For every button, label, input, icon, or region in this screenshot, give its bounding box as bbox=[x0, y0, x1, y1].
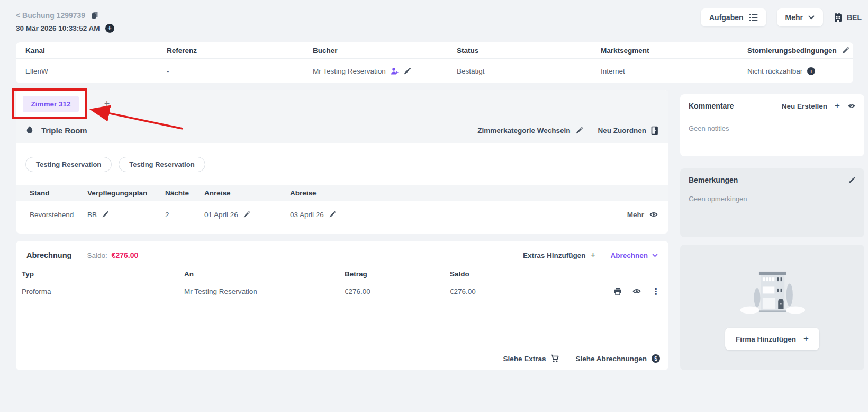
billing-title: Abrechnung bbox=[26, 251, 71, 259]
edit-bucher-icon[interactable] bbox=[403, 67, 411, 75]
create-comment-button[interactable]: Neu Erstellen bbox=[782, 102, 827, 110]
booking-datetime: 30 Mär 2026 10:33:52 AM bbox=[16, 24, 100, 32]
room-tabs: Zimmer 312 + bbox=[16, 90, 668, 118]
remarks-empty-text: Geen opmerkingen bbox=[680, 189, 864, 209]
col-abreise: Abreise bbox=[290, 189, 385, 197]
kebab-menu-icon[interactable]: ⋮ bbox=[652, 286, 660, 297]
col-anreise: Anreise bbox=[204, 189, 290, 197]
chevron-down-icon bbox=[808, 15, 815, 20]
col-kanal: Kanal bbox=[25, 47, 167, 55]
eye-icon[interactable] bbox=[632, 288, 641, 294]
back-link[interactable]: < Buchung 1299739 bbox=[16, 11, 85, 20]
edit-departure-icon[interactable] bbox=[329, 211, 336, 218]
booking-info-header: Kanal Referenz Bucher Status Marktsegmen… bbox=[16, 42, 853, 59]
edit-cancellation-policy-icon[interactable] bbox=[842, 47, 849, 55]
room-header: Triple Room Zimmerkategorie Wechseln Neu… bbox=[16, 118, 668, 143]
remarks-header: Bemerkungen bbox=[680, 168, 864, 189]
col-referenz: Referenz bbox=[167, 47, 313, 55]
col-saldo: Saldo bbox=[450, 270, 660, 278]
edit-category-pencil-icon bbox=[575, 127, 583, 135]
plus-icon: + bbox=[803, 334, 809, 344]
add-date-button[interactable]: + bbox=[105, 24, 114, 33]
tab-zimmer-312-label: Zimmer 312 bbox=[23, 96, 78, 112]
hotel-building-icon bbox=[834, 13, 843, 22]
col-an: An bbox=[184, 270, 345, 278]
value-marktsegment: Internet bbox=[601, 67, 747, 75]
stay-mehr-button[interactable]: Mehr bbox=[385, 211, 658, 219]
col-stand: Stand bbox=[30, 189, 87, 197]
remarks-title: Bemerkungen bbox=[689, 176, 738, 184]
value-abreise: 03 April 26 bbox=[290, 211, 385, 219]
print-icon[interactable] bbox=[613, 288, 622, 295]
property-code: BEL bbox=[847, 13, 862, 22]
stay-table-row: Bevorstehend BB 2 01 April 26 03 April 2… bbox=[16, 201, 668, 228]
billing-panel: Abrechnung Saldo: €276.00 Extras Hinzufü… bbox=[16, 241, 668, 370]
comments-title: Kommentare bbox=[689, 102, 734, 110]
see-extras-button[interactable]: Siehe Extras bbox=[503, 354, 559, 363]
value-kanal: EllenW bbox=[25, 67, 167, 75]
booking-datetime-row: 30 Mär 2026 10:33:52 AM + bbox=[16, 24, 114, 33]
change-room-category-button[interactable]: Zimmerkategorie Wechseln bbox=[477, 127, 583, 135]
guest-pill[interactable]: Testing Reservation bbox=[119, 157, 205, 172]
chevron-down-icon bbox=[652, 254, 658, 257]
value-status: Bestätigt bbox=[457, 67, 601, 75]
mehr-button[interactable]: Mehr bbox=[777, 8, 823, 26]
add-company-button[interactable]: Firma Hinzufügen + bbox=[725, 328, 819, 350]
aufgaben-button[interactable]: Aufgaben bbox=[701, 8, 766, 26]
stay-table-header: Stand Verpflegungsplan Nächte Anreise Ab… bbox=[16, 185, 668, 201]
billing-table-row: Proforma Mr Testing Reservation €276.00 … bbox=[16, 281, 668, 301]
room-marker-icon bbox=[25, 126, 34, 135]
remarks-card: Bemerkungen Geen opmerkingen bbox=[680, 168, 864, 237]
door-icon bbox=[651, 126, 659, 135]
view-comments-eye-icon[interactable] bbox=[847, 103, 856, 109]
col-typ: Typ bbox=[22, 270, 184, 278]
divider bbox=[79, 250, 79, 261]
dollar-circle-icon: $ bbox=[652, 354, 660, 363]
abrechnen-dropdown[interactable]: Abrechnen bbox=[610, 252, 658, 259]
reassign-room-button[interactable]: Neu Zuordnen bbox=[598, 126, 659, 135]
value-an: Mr Testing Reservation bbox=[184, 288, 345, 295]
billing-footer: Siehe Extras Siehe Abrechnungen $ bbox=[503, 354, 660, 363]
property-selector[interactable]: BEL bbox=[834, 13, 862, 22]
value-stand: Bevorstehend bbox=[30, 211, 87, 219]
value-stornierung: Nicht rückzahlbar i bbox=[747, 67, 843, 75]
guest-pill[interactable]: Testing Reservation bbox=[25, 157, 112, 172]
value-betrag: €276.00 bbox=[345, 288, 450, 295]
value-referenz: - bbox=[167, 67, 313, 75]
value-naechte: 2 bbox=[165, 211, 204, 219]
plus-icon[interactable]: + bbox=[835, 101, 840, 111]
value-saldo: €276.00 bbox=[450, 288, 613, 295]
comments-header: Kommentare Neu Erstellen + bbox=[680, 94, 864, 118]
billing-table-header: Typ An Betrag Saldo bbox=[16, 267, 668, 281]
cancellation-info-icon[interactable]: i bbox=[807, 67, 815, 75]
plus-icon: + bbox=[591, 250, 596, 261]
edit-arrival-icon[interactable] bbox=[243, 211, 250, 218]
cart-icon bbox=[550, 354, 559, 363]
room-panel: Zimmer 312 + Triple Room Zimmerkategorie… bbox=[16, 90, 668, 234]
value-anreise: 01 April 26 bbox=[204, 211, 290, 219]
value-bucher: Mr Testing Reservation bbox=[313, 67, 457, 75]
company-card: Firma Hinzufügen + bbox=[680, 245, 864, 370]
copy-icon[interactable] bbox=[91, 11, 99, 20]
col-verpflegungsplan: Verpflegungsplan bbox=[87, 189, 165, 197]
guest-pills: Testing Reservation Testing Reservation bbox=[16, 143, 668, 172]
mehr-label: Mehr bbox=[785, 13, 803, 22]
value-verpflegungsplan: BB bbox=[87, 211, 165, 219]
add-room-tab-button[interactable]: + bbox=[94, 90, 120, 118]
breadcrumb: < Buchung 1299739 bbox=[16, 11, 99, 20]
booking-info-table: Kanal Referenz Bucher Status Marktsegmen… bbox=[16, 42, 853, 83]
invoice-row-actions: ⋮ bbox=[613, 286, 660, 297]
guest-profile-icon[interactable] bbox=[391, 67, 399, 75]
booking-detail-page: < Buchung 1299739 30 Mär 2026 10:33:52 A… bbox=[0, 0, 868, 412]
tab-zimmer-312[interactable]: Zimmer 312 bbox=[16, 90, 86, 118]
edit-mealplan-icon[interactable] bbox=[102, 211, 109, 218]
billing-header: Abrechnung Saldo: €276.00 Extras Hinzufü… bbox=[16, 241, 668, 267]
see-invoices-button[interactable]: Siehe Abrechnungen $ bbox=[575, 354, 660, 363]
billing-actions: Extras Hinzufügen + Abrechnen bbox=[523, 250, 658, 261]
add-extras-button[interactable]: Extras Hinzufügen + bbox=[523, 250, 595, 261]
col-marktsegment: Marktsegment bbox=[601, 47, 747, 55]
value-typ: Proforma bbox=[22, 288, 184, 295]
saldo-label: Saldo: bbox=[87, 252, 107, 259]
edit-remarks-icon[interactable] bbox=[848, 176, 856, 184]
saldo-value: €276.00 bbox=[112, 251, 139, 259]
